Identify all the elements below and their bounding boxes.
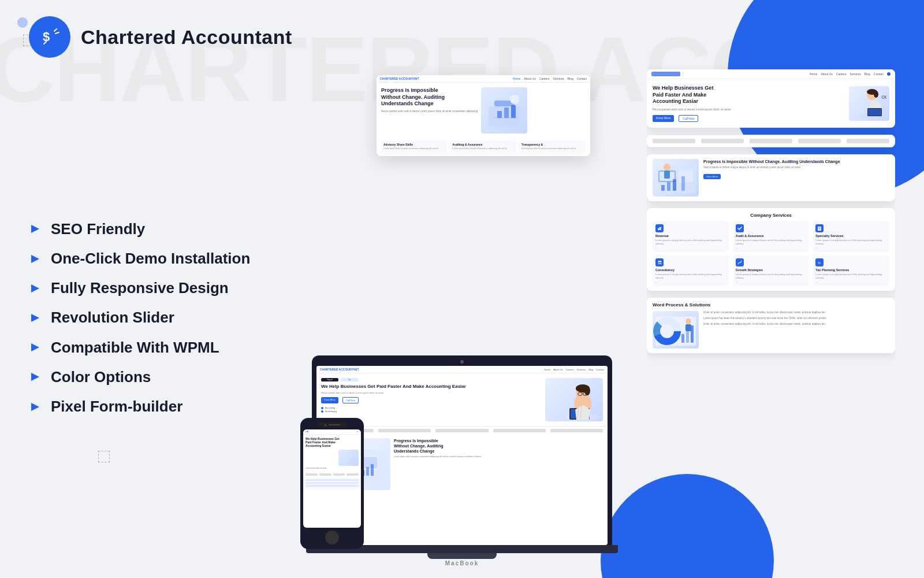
wps-para-2: Lorem ipsum has been the industry's stan… bbox=[703, 317, 826, 321]
service-card-specialty: Specialty Services Lorem ipsum is simply… bbox=[813, 221, 889, 252]
laptop-camera bbox=[460, 360, 464, 364]
website-logos-card bbox=[647, 135, 895, 147]
feature-label-responsive: Fully Responsive Design bbox=[51, 279, 229, 297]
phone-screen-desc: Lorem ipsum dolor sit amet bbox=[305, 467, 359, 469]
consultancy-icon bbox=[655, 258, 664, 266]
chevron-icon-demo bbox=[29, 253, 42, 265]
chevron-icon-responsive bbox=[29, 282, 42, 295]
svg-rect-51 bbox=[679, 171, 693, 182]
feature-label-wpml: Compatible With WPML bbox=[51, 339, 219, 357]
nav-about: About Us bbox=[553, 368, 562, 371]
service-consultancy-desc: Lorem ipsum is simply dummy text of the … bbox=[655, 273, 726, 279]
service-card-tax: % Tax Planning Services Lorem ipsum is s… bbox=[813, 255, 889, 286]
service-specialty-name: Specialty Services bbox=[815, 234, 886, 238]
float-feature-auditing-title: Auditing & Assurance bbox=[452, 143, 514, 146]
wps-para-3: Dolor sit amet, consectetur adipiscing e… bbox=[703, 323, 826, 327]
wps-text-content: Dolor sit amet, consectetur adipiscing e… bbox=[703, 311, 826, 327]
know-more-btn[interactable]: Know More bbox=[321, 397, 338, 403]
float-nav-item: About Us bbox=[524, 77, 536, 80]
partner-logo-4 bbox=[798, 139, 841, 143]
svg-marker-8 bbox=[31, 403, 39, 411]
svg-text:%: % bbox=[818, 261, 821, 265]
section2-desc: Sed ut labore et dolore magna aliqua Ut … bbox=[703, 166, 840, 169]
growth-icon bbox=[736, 258, 744, 266]
website-logos-row bbox=[647, 135, 895, 147]
float-feature-advisory-desc: Lorem ipsum dolor sit amet consectetur a… bbox=[383, 147, 445, 150]
feature-item-seo: SEO Friendly bbox=[29, 220, 277, 238]
website-nav-logo bbox=[651, 72, 680, 76]
audit-icon bbox=[736, 224, 744, 232]
svg-rect-57 bbox=[681, 176, 685, 191]
website-main-heading: We Help Businesses GetPaid Faster And Ma… bbox=[653, 85, 844, 105]
nav-item: Home bbox=[810, 72, 817, 76]
laptop-stand bbox=[427, 553, 497, 559]
website-section2: Progress Is Impossible Without Change. A… bbox=[647, 154, 895, 201]
nav-item: Services bbox=[850, 72, 861, 76]
svg-marker-6 bbox=[31, 343, 39, 351]
svg-rect-54 bbox=[661, 185, 665, 191]
website-nav-items: Home About Us Careers Services Blog Cont… bbox=[810, 72, 891, 76]
service-consultancy-name: Consultancy bbox=[655, 268, 726, 272]
svg-rect-44 bbox=[882, 96, 885, 98]
website-hero-illustration bbox=[849, 86, 889, 121]
main-container: $ Chartered Accountant SEO Friendly One-… bbox=[0, 0, 924, 578]
feature-item-color: Color Options bbox=[29, 368, 277, 386]
svg-rect-56 bbox=[673, 179, 676, 191]
laptop-hero-text: Payroll Tax We Help Businesses Get Paid … bbox=[321, 378, 542, 421]
partner-logo-2 bbox=[701, 139, 744, 143]
phone-screen-hero: We Help Businesses GetPaid Faster And Ma… bbox=[303, 435, 361, 472]
feature-label-formbuilder: Pixel Form-builder bbox=[51, 398, 182, 416]
float-feature-advisory-title: Advisory Share Skills bbox=[383, 143, 445, 146]
feature-label-color: Color Options bbox=[51, 368, 151, 386]
service-tax-link[interactable]: ... bbox=[815, 280, 886, 283]
show-more-btn[interactable]: Show More bbox=[703, 174, 721, 179]
float-feature-transparency-title: Transparency & bbox=[521, 143, 583, 146]
svg-rect-71 bbox=[681, 334, 684, 343]
laptop-hero-heading: We Help Businesses Get Paid Faster And M… bbox=[321, 384, 542, 390]
svg-point-64 bbox=[658, 261, 660, 262]
float-hero: Progress Is ImpossibleWithout Change. Au… bbox=[377, 83, 590, 138]
feature-item-formbuilder: Pixel Form-builder bbox=[29, 398, 277, 416]
preview-center: CHARTERED ACCOUNTANT Home About Us Caree… bbox=[295, 64, 629, 566]
service-audit-link[interactable]: ... bbox=[736, 246, 807, 249]
service-consultancy-link[interactable]: ... bbox=[655, 280, 726, 283]
float-hero-text: Progress Is ImpossibleWithout Change. Au… bbox=[381, 87, 478, 134]
svg-marker-3 bbox=[31, 255, 39, 263]
service-revenue-link[interactable]: ... bbox=[655, 246, 726, 249]
header: $ Chartered Accountant bbox=[0, 0, 924, 64]
website-hero-section: We Help Businesses GetPaid Faster And Ma… bbox=[647, 79, 895, 128]
website-know-more-btn[interactable]: Know More bbox=[653, 115, 674, 122]
float-nav-item: Contact bbox=[577, 77, 587, 80]
services-cards-grid: Revenue Lorem ipsum is simply dummy text… bbox=[653, 221, 889, 286]
website-hero-text: We Help Businesses GetPaid Faster And Ma… bbox=[653, 85, 844, 122]
wps-para-1: Dolor sit amet, consectetur adipiscing e… bbox=[703, 311, 826, 315]
float-feature-auditing-desc: Lorem ipsum dolor sit amet consectetur a… bbox=[452, 147, 514, 150]
tax-icon: % bbox=[815, 258, 824, 266]
website-call-now-btn[interactable]: Call Now bbox=[679, 115, 698, 122]
service-card-growth: Growth Strategies Lorem ipsum is simply … bbox=[733, 255, 810, 286]
laptop-hero-illustration bbox=[545, 378, 603, 421]
feature-label-demo: One-Click Demo Installation bbox=[51, 250, 250, 268]
service-specialty-link[interactable]: ... bbox=[815, 246, 886, 249]
service-card-consultancy: Consultancy Lorem ipsum is simply dummy … bbox=[653, 255, 729, 286]
chevron-icon-color bbox=[29, 370, 42, 383]
svg-point-65 bbox=[660, 261, 662, 262]
nav-item: Contact bbox=[874, 72, 884, 76]
laptop-section2-heading: Progress Is ImpossibleWithout Change. Au… bbox=[394, 438, 603, 454]
svg-marker-4 bbox=[31, 284, 39, 292]
call-now-btn[interactable]: Call Now bbox=[342, 397, 359, 403]
right-panel: Home About Us Careers Services Blog Cont… bbox=[647, 64, 895, 566]
svg-rect-55 bbox=[667, 182, 670, 191]
website-section2-text: Progress Is Impossible Without Change. A… bbox=[703, 159, 840, 180]
laptop-brand-label: MacBook bbox=[312, 560, 612, 566]
service-growth-name: Growth Strategies bbox=[736, 268, 807, 272]
nav-blog: Blog bbox=[588, 368, 593, 371]
website-section2-card: Progress Is Impossible Without Change. A… bbox=[647, 154, 895, 201]
svg-rect-38 bbox=[366, 467, 369, 476]
service-revenue-name: Revenue bbox=[655, 234, 726, 238]
service-audit-desc: Lorem ipsum is simply dummy text of the … bbox=[736, 239, 807, 245]
chevron-icon-seo bbox=[29, 223, 42, 235]
service-growth-link[interactable]: ... bbox=[736, 280, 807, 283]
partner-logo-5 bbox=[847, 139, 889, 143]
feature-label-slider: Revolution Slider bbox=[51, 309, 174, 327]
